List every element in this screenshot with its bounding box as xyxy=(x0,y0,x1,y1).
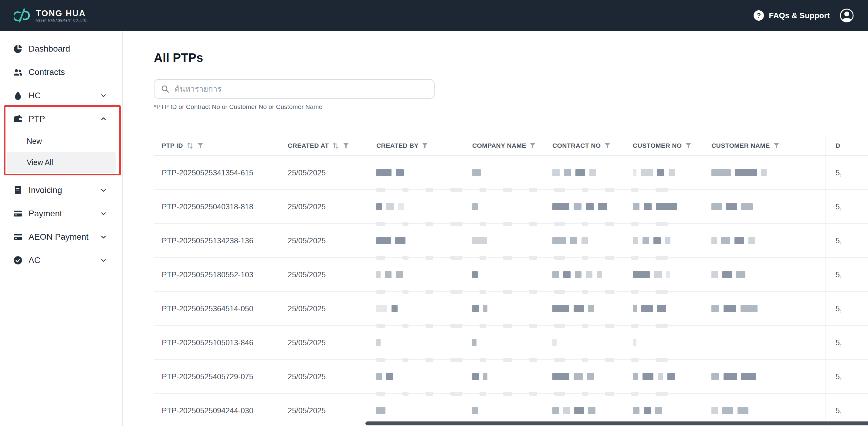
customer-name-cell-redacted xyxy=(704,224,826,257)
created-at-cell: 25/05/2025 xyxy=(280,224,368,257)
sidebar-item-contracts[interactable]: Contracts xyxy=(0,60,122,84)
column-header-company-name[interactable]: COMPANY NAME xyxy=(464,136,545,155)
column-header-ptp-id[interactable]: PTP ID xyxy=(154,136,280,155)
customer-no-cell-redacted xyxy=(625,326,704,359)
created-by-cell-redacted xyxy=(368,258,464,291)
filter-icon[interactable] xyxy=(197,142,204,149)
column-label: CUSTOMER NO xyxy=(633,142,682,149)
sidebar-item-dashboard[interactable]: Dashboard xyxy=(0,37,122,60)
amount-cell: 5, xyxy=(826,156,868,189)
table-body: PTP-20250525341354-615 25/05/2025 5, PTP… xyxy=(154,156,868,426)
sidebar-item-ac[interactable]: AC xyxy=(0,249,122,272)
redacted-ghost-line xyxy=(376,358,668,362)
sort-icon[interactable] xyxy=(332,142,340,150)
search-box[interactable] xyxy=(154,79,435,99)
ptp-id-cell: PTP-20250525105013-846 xyxy=(154,326,280,359)
amount-cell: 5, xyxy=(826,292,868,325)
contract-no-cell-redacted xyxy=(545,360,625,393)
invoicing-icon xyxy=(13,185,23,195)
sidebar-item-aeon-payment[interactable]: AEON Payment xyxy=(0,225,122,249)
created-at-cell: 25/05/2025 xyxy=(280,292,368,325)
column-label: CUSTOMER NAME xyxy=(711,142,770,149)
help-icon[interactable]: ? xyxy=(753,10,764,21)
column-header-created-at[interactable]: CREATED AT xyxy=(280,136,368,155)
table-row[interactable]: PTP-20250525040318-818 25/05/2025 5, xyxy=(154,190,868,224)
amount-cell: 5, xyxy=(826,326,868,359)
created-at-cell: 25/05/2025 xyxy=(280,156,368,189)
contract-no-cell-redacted xyxy=(545,258,625,291)
sidebar-item-ptp[interactable]: PTP xyxy=(0,107,122,130)
filter-icon[interactable] xyxy=(685,142,692,149)
filter-icon[interactable] xyxy=(529,142,536,149)
created-by-cell-redacted xyxy=(368,360,464,393)
company-name-cell-redacted xyxy=(464,156,545,189)
table-row[interactable]: PTP-20250525405729-075 25/05/2025 5, xyxy=(154,360,868,394)
table-row[interactable]: PTP-20250525364514-050 25/05/2025 5, xyxy=(154,292,868,326)
filter-icon[interactable] xyxy=(343,142,349,149)
contract-no-cell-redacted xyxy=(545,224,625,257)
chevron-up-icon xyxy=(100,115,107,123)
column-header-truncated[interactable]: D xyxy=(826,136,868,155)
redacted-ghost-line xyxy=(376,392,668,396)
sidebar-item-label: AC xyxy=(29,256,40,265)
sidebar-item-hc[interactable]: HC xyxy=(0,84,122,107)
table-row[interactable]: PTP-20250525105013-846 25/05/2025 5, xyxy=(154,326,868,360)
brand-name: TONG HUA xyxy=(36,9,88,18)
tonghua-logo-icon xyxy=(14,8,31,23)
table-row[interactable]: PTP-20250525134238-136 25/05/2025 5, xyxy=(154,224,868,258)
hc-icon xyxy=(13,90,23,101)
table-row[interactable]: PTP-20250525341354-615 25/05/2025 5, xyxy=(154,156,868,190)
created-at-cell: 25/05/2025 xyxy=(280,326,368,359)
brand[interactable]: TONG HUA ASSET MANAGEMENT CO.,LTD. xyxy=(14,8,88,23)
chevron-down-icon xyxy=(100,257,107,264)
table-row[interactable]: PTP-20250525180552-103 25/05/2025 5, xyxy=(154,258,868,292)
faqs-support-link[interactable]: FAQs & Support xyxy=(769,11,830,20)
created-at-cell: 25/05/2025 xyxy=(280,258,368,291)
sort-icon[interactable] xyxy=(186,142,194,150)
created-at-cell: 25/05/2025 xyxy=(280,360,368,393)
sidebar-item-ptp-new[interactable]: New xyxy=(0,130,122,152)
column-label: D xyxy=(836,142,840,149)
created-by-cell-redacted xyxy=(368,190,464,223)
filter-icon[interactable] xyxy=(773,142,780,149)
amount-cell: 5, xyxy=(826,190,868,223)
column-header-customer-no[interactable]: CUSTOMER NO xyxy=(625,136,704,155)
sidebar-item-payment[interactable]: Payment xyxy=(0,202,122,225)
company-name-cell-redacted xyxy=(464,258,545,291)
created-at-cell: 25/05/2025 xyxy=(280,190,368,223)
chevron-down-icon xyxy=(100,233,107,240)
redacted-ghost-line xyxy=(376,256,668,260)
column-header-contract-no[interactable]: CONTRACT NO xyxy=(545,136,625,155)
customer-no-cell-redacted xyxy=(625,224,704,257)
column-header-customer-name[interactable]: CUSTOMER NAME xyxy=(704,136,826,155)
customer-name-cell-redacted xyxy=(704,258,826,291)
ptp-icon xyxy=(13,114,23,124)
amount-cell: 5, xyxy=(826,258,868,291)
sidebar-item-label: Dashboard xyxy=(29,44,70,54)
created-by-cell-redacted xyxy=(368,156,464,189)
payment-icon xyxy=(13,208,23,219)
customer-name-cell-redacted xyxy=(704,360,826,393)
contracts-icon xyxy=(13,67,23,77)
filter-icon[interactable] xyxy=(604,142,611,149)
chevron-down-icon xyxy=(100,210,107,217)
created-by-cell-redacted xyxy=(368,326,464,359)
column-label: CONTRACT NO xyxy=(552,142,601,149)
company-name-cell-redacted xyxy=(464,360,545,393)
sidebar-item-invoicing[interactable]: Invoicing xyxy=(0,178,122,202)
ptp-id-cell: PTP-20250525180552-103 xyxy=(154,258,280,291)
search-icon xyxy=(160,84,169,94)
contract-no-cell-redacted xyxy=(545,326,625,359)
sidebar-item-label: Contracts xyxy=(29,67,65,77)
avatar-icon[interactable] xyxy=(839,8,854,23)
customer-name-cell-redacted xyxy=(704,292,826,325)
table-header: PTP ID CREATED AT CREATED BY xyxy=(154,136,868,156)
sidebar-item-ptp-view-all[interactable]: View All xyxy=(7,152,116,173)
horizontal-scrollbar-thumb[interactable] xyxy=(365,421,868,425)
topbar: TONG HUA ASSET MANAGEMENT CO.,LTD. ? FAQ… xyxy=(0,0,868,31)
filter-icon[interactable] xyxy=(422,142,428,149)
column-header-created-by[interactable]: CREATED BY xyxy=(368,136,464,155)
search-input[interactable] xyxy=(174,84,428,94)
amount-cell: 5, xyxy=(826,224,868,257)
ptp-submenu: New View All xyxy=(0,130,122,173)
